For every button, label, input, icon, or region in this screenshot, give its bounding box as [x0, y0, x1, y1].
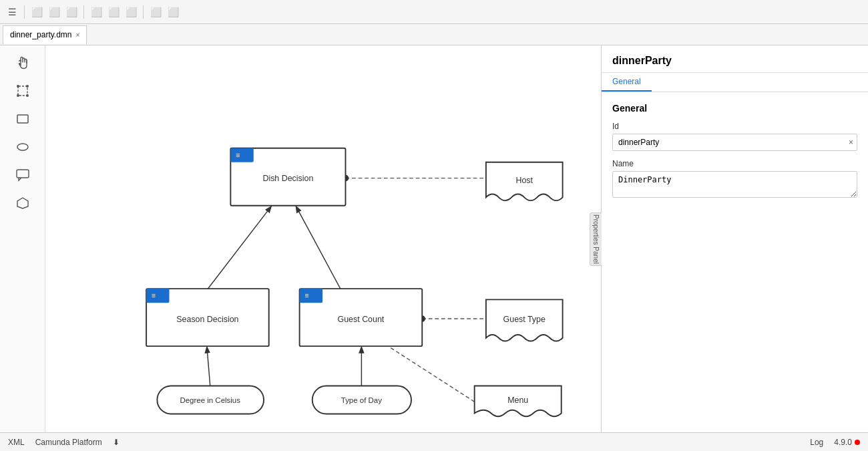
version-dot — [855, 440, 860, 445]
tab-general[interactable]: General — [602, 73, 652, 92]
sep3 — [143, 5, 144, 19]
callout-tool-button[interactable] — [8, 163, 37, 187]
shape-tool-button[interactable] — [8, 191, 37, 215]
name-field-row: Name — [612, 159, 857, 200]
align-left-icon[interactable]: ⬜ — [30, 5, 43, 19]
panel-section-title: General — [612, 103, 857, 114]
name-label: Name — [612, 159, 857, 168]
main-toolbar: ☰ ⬜ ⬜ ⬜ ⬜ ⬜ ⬜ ⬜ ⬜ — [0, 0, 868, 24]
sep2 — [83, 5, 84, 19]
oval-tool-button[interactable] — [8, 135, 37, 159]
distribute-h-icon[interactable]: ⬜ — [89, 5, 103, 19]
svg-rect-5 — [17, 115, 28, 123]
version-badge: 4.9.0 — [834, 438, 860, 447]
id-clear-button[interactable]: × — [849, 138, 853, 147]
sep1 — [24, 5, 25, 19]
properties-panel: Properties Panel dinnerParty General Gen… — [601, 45, 868, 432]
svg-point-4 — [26, 94, 29, 97]
platform-label: Camunda Platform — [35, 438, 102, 447]
download-icon[interactable]: ⬇ — [113, 438, 120, 447]
svg-text:Menu: Menu — [507, 396, 528, 405]
svg-text:Type of Day: Type of Day — [341, 396, 382, 404]
version-text: 4.9.0 — [834, 438, 852, 447]
table-icon[interactable]: ⬜ — [166, 5, 180, 19]
svg-rect-23 — [146, 289, 169, 303]
tab-label: dinner_party.dmn — [10, 30, 72, 39]
svg-text:Degree in Celsius: Degree in Celsius — [180, 396, 240, 404]
panel-tab-bar: General — [602, 73, 868, 92]
id-label: Id — [612, 122, 857, 131]
id-field-row: Id × — [612, 122, 857, 151]
svg-point-1 — [17, 85, 19, 88]
svg-rect-7 — [17, 170, 29, 178]
group-icon[interactable]: ⬜ — [124, 5, 138, 19]
tab-close-button[interactable]: × — [76, 31, 80, 39]
id-input[interactable] — [612, 134, 857, 151]
svg-text:≡: ≡ — [304, 291, 308, 299]
panel-general-section: General Id × Name — [602, 92, 868, 218]
select-tool-button[interactable] — [8, 79, 37, 103]
svg-line-12 — [207, 347, 210, 386]
rect-tool-button[interactable] — [8, 107, 37, 131]
diagram-svg: ≡ Dish Decision Host ≡ Season Decision ≡… — [45, 45, 601, 432]
name-textarea[interactable] — [612, 171, 857, 198]
svg-line-9 — [296, 207, 341, 290]
hand-tool-button[interactable] — [8, 51, 37, 75]
svg-point-2 — [26, 85, 29, 88]
align-right-icon[interactable]: ⬜ — [65, 5, 78, 19]
menu-icon[interactable]: ☰ — [5, 5, 19, 19]
svg-line-8 — [207, 207, 271, 290]
diagram-canvas[interactable]: ≡ Dish Decision Host ≡ Season Decision ≡… — [45, 45, 601, 432]
panel-toggle-button[interactable]: Properties Panel — [590, 212, 602, 266]
svg-rect-0 — [18, 86, 27, 96]
distribute-v-icon[interactable]: ⬜ — [107, 5, 120, 19]
svg-point-6 — [17, 144, 28, 150]
align-center-icon[interactable]: ⬜ — [47, 5, 61, 19]
bottom-bar: XML Camunda Platform ⬇ Log 4.9.0 — [0, 432, 868, 451]
svg-text:Dish Decision: Dish Decision — [262, 174, 313, 183]
tab-dinner-party[interactable]: dinner_party.dmn × — [3, 25, 87, 44]
svg-text:Guest Type: Guest Type — [503, 315, 546, 324]
svg-point-3 — [17, 94, 19, 97]
svg-rect-18 — [230, 148, 253, 162]
svg-rect-27 — [300, 289, 322, 303]
svg-text:≡: ≡ — [236, 151, 240, 159]
svg-text:Host: Host — [515, 176, 533, 185]
chart-icon[interactable]: ⬜ — [149, 5, 162, 19]
svg-text:≡: ≡ — [152, 291, 156, 299]
tab-bar: dinner_party.dmn × — [0, 24, 868, 45]
panel-title: dinnerParty — [602, 45, 868, 73]
log-label[interactable]: Log — [810, 438, 823, 447]
svg-text:Guest Count: Guest Count — [338, 315, 385, 324]
xml-link[interactable]: XML — [8, 438, 25, 447]
left-toolbar — [0, 45, 45, 432]
main-area: ≡ Dish Decision Host ≡ Season Decision ≡… — [0, 45, 868, 432]
svg-text:Season Decision: Season Decision — [176, 315, 238, 324]
